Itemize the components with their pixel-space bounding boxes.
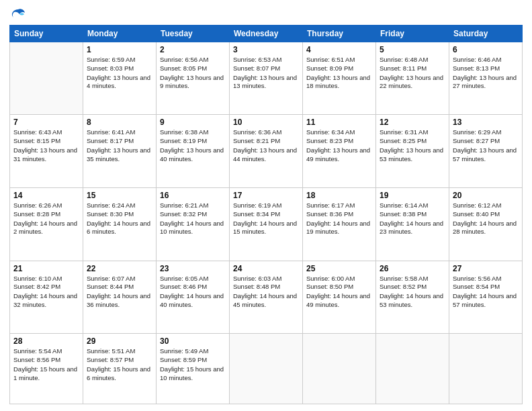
cell-info: Sunrise: 6:59 AMSunset: 8:03 PMDaylight:… [87, 56, 152, 91]
sunset-text: Sunset: 8:05 PM [160, 64, 226, 73]
sunset-text: Sunset: 8:44 PM [87, 283, 152, 291]
sunset-text: Sunset: 8:54 PM [453, 283, 519, 291]
sunrise-text: Sunrise: 6:29 AM [453, 128, 519, 137]
sunrise-text: Sunrise: 6:24 AM [87, 201, 152, 210]
daylight-text: Daylight: 13 hours and 27 minutes. [453, 74, 519, 91]
sunset-text: Sunset: 8:56 PM [13, 356, 79, 365]
day-number: 18 [306, 191, 372, 200]
calendar-cell [303, 334, 376, 404]
logo-general [9, 7, 26, 21]
day-number: 16 [160, 191, 226, 200]
sunset-text: Sunset: 8:17 PM [87, 137, 152, 146]
day-number: 12 [380, 118, 445, 127]
calendar-table: SundayMondayTuesdayWednesdayThursdayFrid… [9, 25, 523, 404]
sunrise-text: Sunrise: 6:56 AM [160, 56, 226, 64]
daylight-text: Daylight: 14 hours and 32 minutes. [13, 292, 79, 310]
cell-info: Sunrise: 5:58 AMSunset: 8:52 PMDaylight:… [380, 275, 445, 310]
calendar-cell [230, 334, 303, 404]
sunset-text: Sunset: 8:52 PM [380, 283, 445, 291]
calendar-cell: 13Sunrise: 6:29 AMSunset: 8:27 PMDayligh… [449, 115, 523, 188]
daylight-text: Daylight: 14 hours and 49 minutes. [306, 292, 372, 310]
daylight-text: Daylight: 14 hours and 40 minutes. [160, 292, 226, 310]
sunset-text: Sunset: 8:32 PM [160, 210, 226, 219]
day-number: 25 [306, 264, 372, 273]
daylight-text: Daylight: 13 hours and 49 minutes. [306, 146, 372, 164]
sunset-text: Sunset: 8:27 PM [453, 137, 519, 146]
cell-info: Sunrise: 6:56 AMSunset: 8:05 PMDaylight:… [160, 56, 226, 91]
daylight-text: Daylight: 13 hours and 13 minutes. [233, 74, 299, 91]
cell-info: Sunrise: 6:05 AMSunset: 8:46 PMDaylight:… [160, 275, 226, 310]
calendar-cell: 4Sunrise: 6:51 AMSunset: 8:09 PMDaylight… [303, 42, 376, 115]
day-number: 8 [87, 118, 152, 127]
sunrise-text: Sunrise: 6:19 AM [233, 201, 299, 210]
sunrise-text: Sunrise: 6:43 AM [13, 128, 79, 137]
sunrise-text: Sunrise: 6:26 AM [13, 201, 79, 210]
sunrise-text: Sunrise: 6:51 AM [306, 56, 372, 64]
day-number: 23 [160, 264, 226, 273]
daylight-text: Daylight: 14 hours and 2 minutes. [13, 220, 79, 237]
sunrise-text: Sunrise: 6:12 AM [453, 201, 519, 210]
cell-info: Sunrise: 6:26 AMSunset: 8:28 PMDaylight:… [13, 201, 79, 236]
calendar-cell: 19Sunrise: 6:14 AMSunset: 8:38 PMDayligh… [376, 188, 449, 261]
cell-info: Sunrise: 6:21 AMSunset: 8:32 PMDaylight:… [160, 201, 226, 236]
calendar-cell [449, 334, 523, 404]
sunrise-text: Sunrise: 6:07 AM [87, 275, 152, 283]
calendar-cell: 14Sunrise: 6:26 AMSunset: 8:28 PMDayligh… [10, 188, 83, 261]
cell-info: Sunrise: 5:54 AMSunset: 8:56 PMDaylight:… [13, 347, 79, 382]
calendar-week-row: 1Sunrise: 6:59 AMSunset: 8:03 PMDaylight… [10, 42, 523, 115]
sunrise-text: Sunrise: 6:46 AM [453, 56, 519, 64]
sunrise-text: Sunrise: 6:34 AM [306, 128, 372, 137]
day-number: 30 [160, 336, 226, 346]
calendar-cell: 27Sunrise: 5:56 AMSunset: 8:54 PMDayligh… [449, 261, 523, 334]
daylight-text: Daylight: 15 hours and 1 minute. [13, 365, 79, 383]
daylight-text: Daylight: 14 hours and 28 minutes. [453, 220, 519, 237]
sunrise-text: Sunrise: 6:00 AM [306, 275, 372, 283]
daylight-text: Daylight: 13 hours and 9 minutes. [160, 74, 226, 91]
day-number: 27 [453, 264, 519, 273]
sunrise-text: Sunrise: 6:21 AM [160, 201, 226, 210]
sunset-text: Sunset: 8:36 PM [306, 210, 372, 219]
daylight-text: Daylight: 14 hours and 23 minutes. [380, 220, 445, 237]
calendar-cell: 17Sunrise: 6:19 AMSunset: 8:34 PMDayligh… [230, 188, 303, 261]
sunset-text: Sunset: 8:15 PM [13, 137, 79, 146]
sunset-text: Sunset: 8:42 PM [13, 283, 79, 291]
sunset-text: Sunset: 8:34 PM [233, 210, 299, 219]
calendar-cell: 25Sunrise: 6:00 AMSunset: 8:50 PMDayligh… [303, 261, 376, 334]
cell-info: Sunrise: 5:51 AMSunset: 8:57 PMDaylight:… [87, 347, 152, 382]
day-number: 29 [87, 336, 152, 346]
calendar-cell: 2Sunrise: 6:56 AMSunset: 8:05 PMDaylight… [157, 42, 230, 115]
cell-info: Sunrise: 6:00 AMSunset: 8:50 PMDaylight:… [306, 275, 372, 310]
daylight-text: Daylight: 13 hours and 18 minutes. [306, 74, 372, 91]
cell-info: Sunrise: 5:56 AMSunset: 8:54 PMDaylight:… [453, 275, 519, 310]
weekday-header-wednesday: Wednesday [230, 25, 303, 42]
cell-info: Sunrise: 6:19 AMSunset: 8:34 PMDaylight:… [233, 201, 299, 236]
weekday-header-thursday: Thursday [303, 25, 376, 42]
sunrise-text: Sunrise: 6:48 AM [380, 56, 445, 64]
sunset-text: Sunset: 8:59 PM [160, 356, 226, 365]
day-number: 6 [453, 45, 519, 54]
calendar-cell: 24Sunrise: 6:03 AMSunset: 8:48 PMDayligh… [230, 261, 303, 334]
weekday-header-monday: Monday [83, 25, 157, 42]
sunrise-text: Sunrise: 5:54 AM [13, 347, 79, 356]
daylight-text: Daylight: 14 hours and 6 minutes. [87, 220, 152, 237]
day-number: 22 [87, 264, 152, 273]
sunset-text: Sunset: 8:09 PM [306, 64, 372, 73]
sunset-text: Sunset: 8:11 PM [380, 64, 445, 73]
day-number: 1 [87, 45, 152, 54]
sunrise-text: Sunrise: 6:31 AM [380, 128, 445, 137]
sunset-text: Sunset: 8:21 PM [233, 137, 299, 146]
day-number: 5 [380, 45, 445, 54]
daylight-text: Daylight: 14 hours and 45 minutes. [233, 292, 299, 310]
sunset-text: Sunset: 8:48 PM [233, 283, 299, 291]
daylight-text: Daylight: 15 hours and 10 minutes. [160, 365, 226, 383]
calendar-week-row: 14Sunrise: 6:26 AMSunset: 8:28 PMDayligh… [10, 188, 523, 261]
calendar-cell: 1Sunrise: 6:59 AMSunset: 8:03 PMDaylight… [83, 42, 157, 115]
cell-info: Sunrise: 6:51 AMSunset: 8:09 PMDaylight:… [306, 56, 372, 91]
calendar-cell: 20Sunrise: 6:12 AMSunset: 8:40 PMDayligh… [449, 188, 523, 261]
calendar-cell [376, 334, 449, 404]
cell-info: Sunrise: 6:07 AMSunset: 8:44 PMDaylight:… [87, 275, 152, 310]
sunset-text: Sunset: 8:40 PM [453, 210, 519, 219]
cell-info: Sunrise: 6:31 AMSunset: 8:25 PMDaylight:… [380, 128, 445, 163]
day-number: 28 [13, 336, 79, 346]
sunrise-text: Sunrise: 6:10 AM [13, 275, 79, 283]
